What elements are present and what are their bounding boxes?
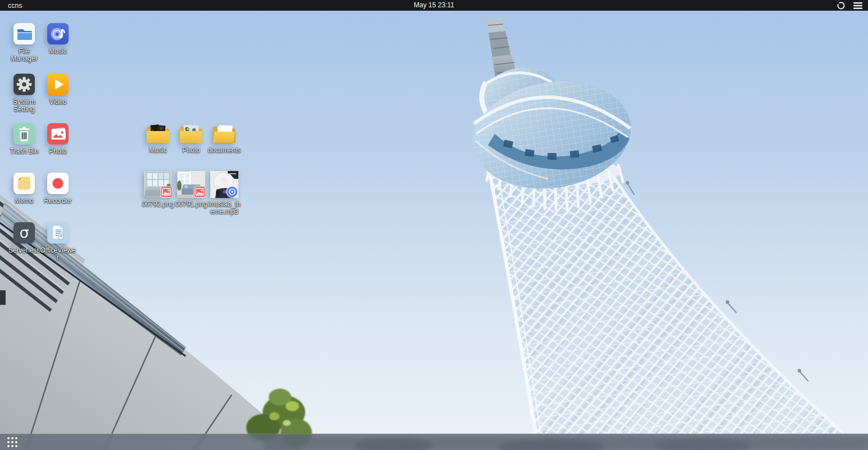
desktop-file-00792-png[interactable]: 00792.png <box>140 171 176 208</box>
status-ring-button[interactable] <box>835 0 847 11</box>
image-file-badge <box>161 186 172 197</box>
top-bar: ccns May 15 23:11 <box>0 0 868 11</box>
app-grid-icon <box>7 437 10 439</box>
icon-label: documents <box>208 147 241 154</box>
file-label: imuslab_theme.mp3 <box>206 201 242 215</box>
desktop-icon-photo-app[interactable]: Photo <box>40 123 76 155</box>
image-thumbnail-00791 <box>177 171 205 198</box>
sigma-glyph: σ <box>19 224 29 241</box>
icon-label: Photo <box>182 147 200 154</box>
trash-bin-icon <box>13 123 35 145</box>
video-icon <box>47 73 69 96</box>
desktop-icon-file-manager[interactable]: File Manager <box>6 22 42 62</box>
taskbar <box>0 434 868 450</box>
icon-label: Music <box>49 48 66 55</box>
icon-label: Photo <box>49 148 66 155</box>
icon-label: Trash Bin <box>10 148 39 155</box>
session-label: ccns <box>0 2 22 10</box>
photo-folder-icon <box>179 124 204 144</box>
desktop-file-imuslab-theme-mp3[interactable]: imuslab_theme.mp3 <box>206 171 242 215</box>
launcher-button[interactable] <box>6 436 19 448</box>
desktop-folder-music[interactable]: Music <box>140 124 176 154</box>
desktop-file-00791-png[interactable]: 00791.png <box>173 171 209 208</box>
memo-icon <box>13 172 35 195</box>
system-setting-icon <box>13 73 35 96</box>
desktop-screen: ccns May 15 23:11 File Man <box>0 0 868 450</box>
desktop-icon-serverless[interactable]: σ Serverless <box>6 222 42 254</box>
menu-button[interactable] <box>852 0 864 11</box>
clock[interactable]: May 15 23:11 <box>414 1 454 9</box>
music-folder-icon <box>146 124 170 144</box>
icon-label: OfficeViewer <box>40 247 76 262</box>
recorder-icon <box>47 172 69 195</box>
desktop-icon-system-setting[interactable]: System Setting <box>6 73 42 113</box>
file-manager-icon <box>13 22 35 45</box>
music-app-icon <box>47 22 69 45</box>
icon-label: Memo <box>15 197 33 205</box>
icon-label: Serverless <box>8 247 40 254</box>
top-bar-right <box>835 0 864 11</box>
image-file-badge <box>194 186 205 197</box>
audio-thumbnail-imuslab-theme <box>210 171 238 198</box>
desktop-icon-officeviewer[interactable]: OfficeViewer <box>40 222 76 262</box>
desktop-icon-memo[interactable]: Memo <box>6 172 42 205</box>
icon-label: File Manager <box>6 48 42 62</box>
file-label: 00791.png <box>175 201 207 208</box>
hamburger-icon <box>853 2 862 10</box>
serverless-icon: σ <box>13 222 35 244</box>
documents-folder-icon <box>212 124 237 144</box>
audio-file-badge <box>227 186 238 197</box>
image-thumbnail-00792 <box>144 171 172 198</box>
desktop-folder-photo[interactable]: Photo <box>173 124 209 154</box>
icon-label: Video <box>49 98 66 106</box>
icon-label: Recorder <box>44 197 71 205</box>
wallpaper-skytree-photo <box>0 0 868 450</box>
desktop-icon-recorder[interactable]: Recorder <box>40 172 76 205</box>
photo-app-icon <box>47 123 69 145</box>
ring-icon <box>837 1 846 10</box>
icon-label: Music <box>149 147 166 154</box>
officeviewer-icon <box>47 222 69 244</box>
desktop-folder-documents[interactable]: documents <box>206 124 242 154</box>
icon-label: System Setting <box>6 98 42 113</box>
desktop-icon-video[interactable]: Video <box>40 73 76 106</box>
desktop-icon-trash-bin[interactable]: Trash Bin <box>6 123 42 155</box>
desktop-icon-music-app[interactable]: Music <box>40 22 76 55</box>
file-label: 00792.png <box>142 201 174 208</box>
